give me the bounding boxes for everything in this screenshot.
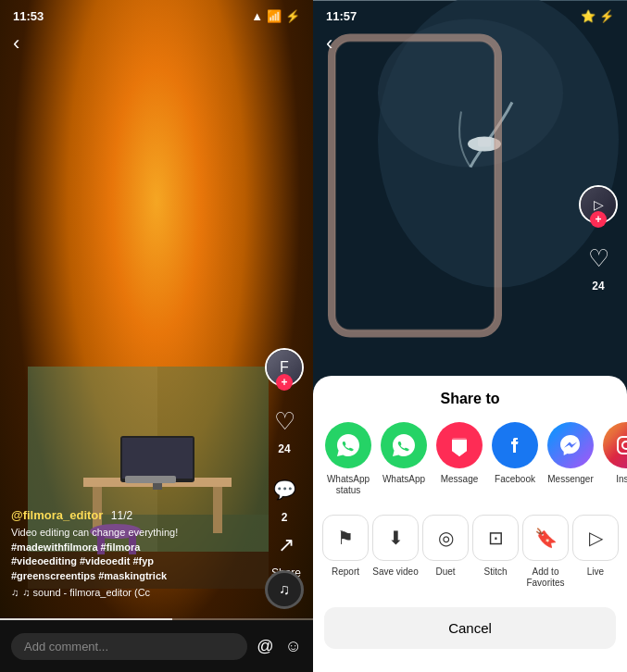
svg-point-23 bbox=[622, 442, 627, 449]
hashtag-1[interactable]: #madewithfilmora bbox=[11, 541, 98, 553]
share-action-report[interactable]: ⚑ Report bbox=[322, 515, 369, 589]
sound-info: ♫ ♫ sound - filmora_editor (Cc bbox=[11, 587, 257, 598]
share-action-live[interactable]: ▷ Live bbox=[572, 515, 619, 589]
sound-text[interactable]: ♫ sound - filmora_editor (Cc bbox=[22, 587, 150, 598]
right-wifi-icon: ⭐ bbox=[581, 9, 596, 23]
save-video-label: Save video bbox=[372, 566, 418, 578]
music-note: ♫ bbox=[11, 587, 19, 598]
message-icon bbox=[436, 422, 483, 468]
hashtag-2[interactable]: #filmora bbox=[101, 541, 141, 553]
share-action-stitch[interactable]: ⊡ Stitch bbox=[472, 515, 519, 589]
comment-action[interactable]: 💬 2 bbox=[265, 470, 304, 524]
share-icon: ↗ bbox=[267, 526, 306, 565]
share-app-whatsapp-status[interactable]: WhatsAppstatus bbox=[322, 422, 374, 496]
creator-avatar-wrap: F + bbox=[265, 348, 304, 387]
left-status-icons: ▲ 📶 ⚡ bbox=[251, 9, 300, 23]
caption: Video editing can change everything! #ma… bbox=[11, 526, 257, 583]
signal-icon: 📶 bbox=[267, 9, 282, 23]
share-sheet: Share to WhatsAppstatus WhatsApp bbox=[313, 376, 627, 672]
favorites-icon: 🔖 bbox=[522, 515, 569, 561]
like-count: 24 bbox=[278, 442, 290, 455]
right-panel: 11:57 ⭐ ⚡ ‹ ▷ + ♡ 24 Share to bbox=[313, 0, 627, 672]
caption-text: Video editing can change everything! bbox=[11, 527, 178, 538]
right-status-bar: 11:57 ⭐ ⚡ bbox=[326, 9, 614, 23]
right-like-icon: ♡ bbox=[579, 239, 618, 278]
left-actions: F + ♡ 24 💬 2 bbox=[265, 348, 304, 524]
comment-input[interactable]: Add comment... bbox=[11, 633, 247, 660]
right-follow-button[interactable]: + bbox=[590, 211, 607, 228]
share-apps-row: WhatsAppstatus WhatsApp Message bbox=[313, 422, 627, 496]
share-sheet-title: Share to bbox=[313, 391, 627, 407]
right-time: 11:57 bbox=[326, 9, 357, 23]
like-icon: ♡ bbox=[265, 402, 304, 441]
hashtag-5[interactable]: #fyp bbox=[132, 555, 154, 566]
post-number: 11/2 bbox=[111, 509, 132, 522]
share-action-save[interactable]: ⬇ Save video bbox=[372, 515, 419, 589]
wifi-icon: ▲ bbox=[251, 9, 263, 23]
instagram-label: Ins... bbox=[616, 474, 627, 485]
right-avatar-wrap: ▷ + bbox=[579, 185, 618, 224]
username-row: @filmora_editor 11/2 bbox=[11, 506, 257, 523]
duet-icon: ◎ bbox=[422, 515, 469, 561]
live-icon: ▷ bbox=[572, 515, 619, 561]
whatsapp-status-icon bbox=[325, 422, 371, 468]
hashtag-6[interactable]: #greenscreentips bbox=[11, 570, 95, 581]
right-like-action[interactable]: ♡ 24 bbox=[579, 239, 618, 292]
left-time: 11:53 bbox=[13, 9, 44, 23]
hashtag-4[interactable]: #videoedit bbox=[80, 555, 130, 566]
share-action-duet[interactable]: ◎ Duet bbox=[422, 515, 469, 589]
hashtag-7[interactable]: #maskingtrick bbox=[98, 570, 167, 581]
right-status-icons: ⭐ ⚡ bbox=[581, 9, 614, 23]
username[interactable]: @filmora_editor bbox=[11, 508, 103, 522]
share-app-facebook[interactable]: Facebook bbox=[489, 422, 541, 496]
report-label: Report bbox=[332, 566, 359, 578]
cancel-button[interactable]: Cancel bbox=[324, 607, 616, 649]
svg-rect-17 bbox=[478, 138, 491, 147]
messenger-label: Messenger bbox=[547, 474, 593, 485]
favorites-label: Add toFavorites bbox=[526, 566, 564, 589]
save-video-icon: ⬇ bbox=[372, 515, 419, 561]
comment-count: 2 bbox=[282, 511, 288, 524]
stitch-icon: ⊡ bbox=[472, 515, 519, 561]
left-status-bar: 11:53 ▲ 📶 ⚡ bbox=[13, 9, 300, 23]
comment-action-icons: @ ☺ bbox=[257, 637, 302, 656]
right-battery-icon: ⚡ bbox=[599, 9, 614, 23]
left-bottom-info: @filmora_editor 11/2 Video editing can c… bbox=[11, 506, 257, 598]
share-app-messenger[interactable]: Messenger bbox=[545, 422, 596, 496]
live-label: Live bbox=[587, 566, 604, 578]
share-action-favorites[interactable]: 🔖 Add toFavorites bbox=[522, 515, 569, 589]
hashtag-3[interactable]: #videoediting bbox=[11, 555, 77, 566]
mention-icon[interactable]: @ bbox=[257, 637, 273, 656]
like-action[interactable]: ♡ 24 bbox=[265, 402, 304, 455]
svg-rect-7 bbox=[122, 438, 193, 479]
right-actions: ▷ + ♡ 24 bbox=[579, 185, 618, 292]
comment-icon: 💬 bbox=[265, 470, 304, 509]
share-app-instagram[interactable]: Ins... bbox=[600, 422, 627, 496]
facebook-label: Facebook bbox=[495, 474, 535, 485]
report-icon: ⚑ bbox=[322, 515, 369, 561]
left-back-button[interactable]: ‹ bbox=[13, 31, 19, 56]
messenger-icon bbox=[547, 422, 594, 468]
right-like-count: 24 bbox=[592, 280, 604, 292]
duet-label: Duet bbox=[435, 566, 455, 578]
left-panel: 11:53 ▲ 📶 ⚡ ‹ F + ♡ 24 💬 2 ↗ Share bbox=[0, 0, 313, 672]
share-actions-row: ⚑ Report ⬇ Save video ◎ Duet ⊡ Stitch 🔖 … bbox=[313, 515, 627, 589]
svg-rect-8 bbox=[153, 482, 162, 490]
right-back-button[interactable]: ‹ bbox=[326, 31, 332, 56]
instagram-icon bbox=[603, 422, 627, 468]
share-app-message[interactable]: Message bbox=[433, 422, 485, 496]
music-disc[interactable]: ♫ bbox=[265, 570, 304, 609]
share-app-whatsapp[interactable]: WhatsApp bbox=[378, 422, 430, 496]
battery-icon: ⚡ bbox=[285, 9, 300, 23]
message-label: Message bbox=[441, 474, 479, 485]
whatsapp-icon bbox=[381, 422, 427, 468]
stitch-label: Stitch bbox=[483, 566, 507, 578]
whatsapp-status-label: WhatsAppstatus bbox=[327, 474, 370, 496]
follow-plus-button[interactable]: + bbox=[276, 374, 293, 391]
emoji-icon[interactable]: ☺ bbox=[285, 637, 302, 656]
svg-rect-12 bbox=[125, 476, 176, 483]
whatsapp-label: WhatsApp bbox=[382, 474, 425, 485]
comment-bar: Add comment... @ ☺ bbox=[0, 620, 313, 672]
facebook-icon bbox=[492, 422, 538, 468]
